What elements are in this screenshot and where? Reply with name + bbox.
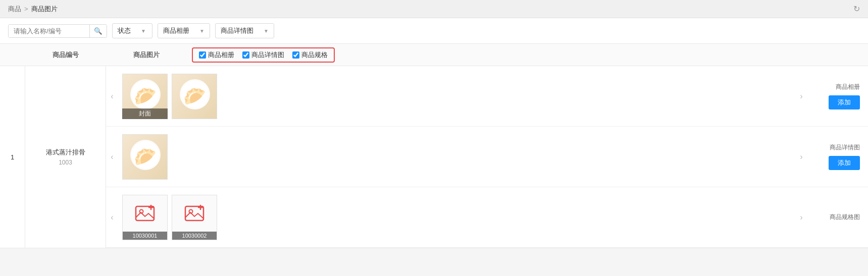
album-section-label: 商品相册 xyxy=(836,83,860,91)
col-spec-label: 商品规格 xyxy=(301,50,328,60)
detail-section-label: 商品详情图 xyxy=(830,143,860,152)
status-dropdown[interactable]: 状态 ▼ xyxy=(112,23,152,38)
spec-prev-button[interactable]: ‹ xyxy=(106,213,118,222)
detail-section: ‹ › 商品详情图 添加 xyxy=(106,127,868,187)
row-number: 1 xyxy=(0,66,25,248)
detail-image-1[interactable] xyxy=(122,134,168,180)
row-product-info: 港式蒸汁排骨 1003 xyxy=(25,66,106,248)
detail-add-button[interactable]: 添加 xyxy=(829,156,860,170)
album-label: 商品相册 xyxy=(163,26,189,35)
spec-next-button[interactable]: › xyxy=(795,213,807,222)
detail-images xyxy=(118,134,461,180)
table: 商品编号 商品图片 商品相册 商品详情图 商品规格 xyxy=(0,44,868,248)
spec-section: ‹ xyxy=(106,187,868,248)
spec-placeholder-num-2: 10030002 xyxy=(172,232,217,240)
album-next-button[interactable]: › xyxy=(795,92,807,101)
col-album-input[interactable] xyxy=(199,51,206,59)
detail-section-right: 商品详情图 添加 xyxy=(807,139,868,174)
album-image-2[interactable] xyxy=(172,74,217,119)
col-spec-checkbox[interactable]: 商品规格 xyxy=(292,50,328,60)
product-name: 港式蒸汁排骨 xyxy=(46,148,85,157)
toolbar: 🔍 状态 ▼ 商品相册 ▼ 商品详情图 ▼ xyxy=(0,18,868,44)
add-image-icon-2 xyxy=(184,204,205,223)
spec-images: 10030001 xyxy=(118,195,461,240)
spec-section-right: 商品规格图 xyxy=(807,209,868,226)
breadcrumb-sep: > xyxy=(24,5,28,13)
detail-label: 商品详情图 xyxy=(221,26,253,35)
search-wrapper: 🔍 xyxy=(8,24,107,38)
col-detail-label: 商品详情图 xyxy=(251,50,284,60)
album-section-right: 商品相册 添加 xyxy=(807,79,868,114)
col-detail-checkbox[interactable]: 商品详情图 xyxy=(242,50,284,60)
breadcrumb: 商品 > 商品图片 ↻ xyxy=(0,0,868,18)
album-image-1[interactable]: 封面 xyxy=(122,74,168,119)
spec-section-label: 商品规格图 xyxy=(830,213,860,222)
th-code: 商品编号 xyxy=(25,45,106,65)
breadcrumb-parent[interactable]: 商品 xyxy=(8,5,21,14)
spec-placeholder-icon-area-1 xyxy=(123,195,167,232)
cover-label: 封面 xyxy=(122,108,168,119)
th-num xyxy=(0,50,25,60)
album-prev-button[interactable]: ‹ xyxy=(106,92,118,101)
col-spec-input[interactable] xyxy=(292,51,299,59)
refresh-button[interactable]: ↻ xyxy=(853,4,860,14)
album-arrow-icon: ▼ xyxy=(199,28,205,34)
th-columns: 商品相册 商品详情图 商品规格 xyxy=(187,44,868,66)
detail-arrow-icon: ▼ xyxy=(264,28,269,34)
col-album-label: 商品相册 xyxy=(208,50,234,60)
detail-prev-button[interactable]: ‹ xyxy=(106,152,118,161)
add-image-icon-1 xyxy=(135,204,155,223)
col-detail-input[interactable] xyxy=(242,51,249,59)
row-content: ‹ 封面 › 商品相册 xyxy=(106,66,868,248)
table-row: 1 港式蒸汁排骨 1003 ‹ 封面 xyxy=(0,66,868,248)
album-add-button[interactable]: 添加 xyxy=(829,95,860,109)
album-section: ‹ 封面 › 商品相册 xyxy=(106,66,868,127)
detail-dropdown[interactable]: 商品详情图 ▼ xyxy=(215,23,274,38)
product-code: 1003 xyxy=(59,159,72,166)
spec-placeholder-icon-area-2 xyxy=(172,195,217,232)
album-images: 封面 xyxy=(118,74,461,119)
detail-food-img-1 xyxy=(122,134,168,180)
detail-next-button[interactable]: › xyxy=(795,152,807,161)
album-food-img-2 xyxy=(172,74,217,119)
spec-placeholder-num-1: 10030001 xyxy=(123,232,167,240)
spec-placeholder-1[interactable]: 10030001 xyxy=(122,195,168,240)
status-label: 状态 xyxy=(118,26,131,35)
breadcrumb-current: 商品图片 xyxy=(31,5,58,14)
search-input[interactable] xyxy=(9,25,89,37)
album-dropdown[interactable]: 商品相册 ▼ xyxy=(158,23,210,38)
spec-placeholder-2[interactable]: 10030002 xyxy=(172,195,217,240)
table-header: 商品编号 商品图片 商品相册 商品详情图 商品规格 xyxy=(0,44,868,66)
search-button[interactable]: 🔍 xyxy=(89,25,107,37)
column-selector: 商品相册 商品详情图 商品规格 xyxy=(192,47,335,63)
status-arrow-icon: ▼ xyxy=(141,28,146,34)
th-img: 商品图片 xyxy=(106,45,187,65)
col-album-checkbox[interactable]: 商品相册 xyxy=(199,50,234,60)
